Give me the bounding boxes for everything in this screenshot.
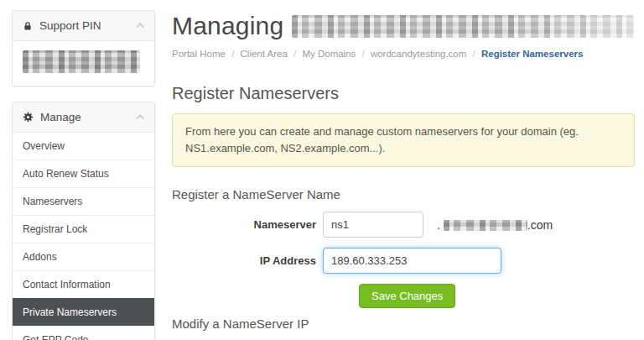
breadcrumb-portal-home[interactable]: Portal Home (172, 49, 226, 59)
sidebar-item-overview[interactable]: Overview (13, 133, 154, 160)
breadcrumb-domain[interactable]: wordcandytesting.com (371, 49, 466, 59)
notice-box: From here you can create and manage cust… (172, 113, 635, 167)
manage-menu: Overview Auto Renew Status Nameservers R… (13, 133, 154, 340)
domain-suffix: . .com (437, 218, 553, 232)
manage-panel: Manage Overview Auto Renew Status Namese… (12, 102, 155, 340)
breadcrumb: Portal Home / Client Area / My Domains /… (172, 49, 635, 59)
sidebar-item-auto-renew-status[interactable]: Auto Renew Status (13, 160, 154, 187)
sidebar-item-nameservers[interactable]: Nameservers (13, 187, 154, 215)
register-ip-row: IP Address (172, 248, 635, 274)
page: Support PIN (0, 0, 644, 340)
redacted-domain-suffix (444, 220, 527, 231)
save-changes-button[interactable]: Save Changes (359, 284, 455, 308)
section-heading: Register Nameservers (172, 84, 635, 103)
support-pin-header[interactable]: Support PIN (13, 11, 154, 41)
breadcrumb-separator: / (362, 49, 365, 59)
redacted-domain-name (292, 15, 634, 38)
sidebar-item-registrar-lock[interactable]: Registrar Lock (13, 215, 154, 243)
sidebar-item-get-epp-code[interactable]: Get EPP Code (13, 326, 154, 340)
redacted-support-pin (23, 50, 140, 73)
sidebar: Support PIN (12, 10, 155, 340)
nameserver-label: Nameserver (172, 218, 323, 231)
support-pin-title: Support PIN (39, 19, 138, 32)
manage-title: Manage (40, 111, 138, 123)
breadcrumb-separator: / (293, 49, 296, 59)
gear-icon (23, 112, 34, 123)
save-row: Save Changes (359, 284, 635, 308)
sidebar-item-addons[interactable]: Addons (13, 243, 154, 270)
title-row: Managing (172, 12, 635, 40)
main-content: Managing Portal Home / Client Area / My … (155, 0, 644, 340)
modify-section-title: Modify a NameServer IP (172, 316, 635, 331)
register-section-title: Register a NameServer Name (172, 187, 635, 201)
breadcrumb-current[interactable]: Register Nameservers (481, 49, 583, 59)
breadcrumb-my-domains[interactable]: My Domains (302, 49, 356, 59)
register-nameserver-row: Nameserver . .com (172, 212, 635, 238)
sidebar-item-private-nameservers[interactable]: Private Nameservers (13, 298, 154, 326)
sidebar-item-contact-information[interactable]: Contact Information (13, 270, 154, 298)
nameserver-input[interactable] (323, 212, 423, 238)
ip-address-input[interactable] (323, 248, 501, 274)
lock-icon (23, 21, 33, 31)
breadcrumb-client-area[interactable]: Client Area (241, 49, 288, 59)
page-title: Managing (172, 12, 283, 40)
support-pin-panel: Support PIN (12, 10, 155, 86)
breadcrumb-separator: / (231, 49, 234, 59)
manage-header[interactable]: Manage (13, 102, 154, 133)
suffix-dot: . (437, 218, 440, 232)
support-pin-body (13, 41, 154, 86)
suffix-tld: .com (527, 218, 553, 232)
breadcrumb-separator: / (473, 49, 475, 59)
ip-address-label: IP Address (172, 254, 323, 267)
